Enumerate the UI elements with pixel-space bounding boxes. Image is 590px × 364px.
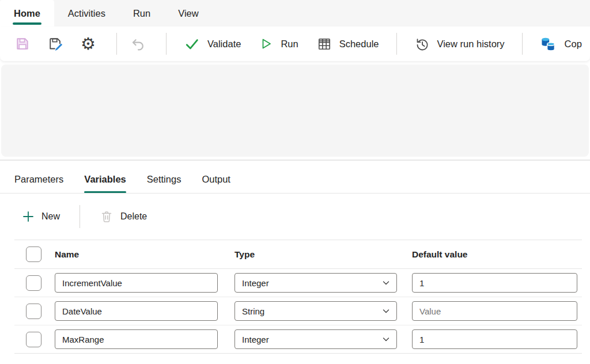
table-row: String [14, 297, 582, 325]
undo-button[interactable] [125, 31, 150, 56]
tab-variables-label: Variables [84, 174, 126, 184]
row-checkbox[interactable] [26, 304, 41, 319]
tab-activities-label: Activities [68, 8, 105, 19]
run-button[interactable]: Run [250, 31, 307, 56]
tab-view[interactable]: View [164, 0, 212, 26]
trash-icon [100, 210, 114, 223]
chevron-down-icon [381, 278, 391, 287]
delete-variable-label: Delete [120, 211, 147, 222]
default-value-input[interactable] [412, 301, 577, 321]
save-as-button[interactable] [43, 31, 68, 56]
settings-gear-icon: ⚙ [81, 36, 96, 52]
tab-output-label: Output [202, 174, 230, 184]
variable-type-value: Integer [242, 278, 269, 288]
schedule-label: Schedule [339, 39, 379, 50]
row-checkbox[interactable] [26, 332, 41, 347]
pipeline-canvas[interactable] [1, 65, 589, 157]
column-header-type: Type [235, 249, 412, 260]
tab-home-label: Home [14, 8, 40, 19]
new-variable-label: New [41, 211, 60, 222]
configuration-panel: Parameters Variables Settings Output New [0, 161, 590, 354]
tab-home[interactable]: Home [0, 0, 54, 26]
variable-type-select[interactable]: String [235, 301, 397, 321]
view-run-history-label: View run history [437, 39, 505, 50]
tab-variables[interactable]: Variables [84, 174, 126, 193]
schedule-button[interactable]: Schedule [308, 31, 388, 56]
tab-activities[interactable]: Activities [54, 0, 119, 26]
copy-data-database-icon [540, 36, 557, 52]
default-value-input[interactable] [412, 329, 577, 349]
table-row: Integer [14, 269, 582, 297]
tab-parameters[interactable]: Parameters [14, 174, 63, 193]
run-label: Run [281, 39, 298, 50]
tab-settings-label: Settings [147, 174, 181, 184]
table-row: Integer [14, 325, 582, 354]
undo-icon [130, 36, 146, 52]
save-button[interactable] [10, 31, 35, 56]
toolbar: ⚙ Validate Run [0, 26, 590, 61]
row-checkbox[interactable] [26, 275, 41, 291]
variable-type-value: String [242, 306, 264, 316]
variables-action-bar: New Delete [0, 194, 590, 240]
validate-label: Validate [207, 39, 241, 50]
delete-variable-button[interactable]: Delete [94, 204, 153, 229]
tab-settings[interactable]: Settings [147, 174, 181, 193]
panel-tab-bar: Parameters Variables Settings Output [0, 161, 590, 194]
run-history-clock-icon [414, 36, 430, 52]
variable-type-value: Integer [242, 335, 269, 344]
save-as-icon [47, 36, 63, 52]
variable-name-input[interactable] [55, 273, 218, 293]
column-header-name: Name [55, 249, 235, 260]
schedule-calendar-icon [317, 36, 332, 51]
copy-data-label: Cop [565, 39, 582, 50]
chevron-down-icon [381, 335, 391, 344]
tab-output[interactable]: Output [202, 174, 230, 193]
default-value-input[interactable] [412, 273, 577, 293]
toolbar-divider [522, 33, 523, 55]
active-panel-tab-underline [84, 191, 126, 193]
chevron-down-icon [381, 306, 391, 316]
variables-table: Name Type Default value Integer [14, 240, 582, 354]
plus-icon [22, 210, 35, 223]
select-all-checkbox[interactable] [26, 247, 41, 262]
variable-name-input[interactable] [55, 329, 218, 349]
validate-button[interactable]: Validate [175, 31, 250, 56]
copy-data-button[interactable]: Cop [531, 31, 590, 56]
column-header-default-value: Default value [412, 249, 582, 260]
actionbar-divider [80, 205, 80, 228]
table-header-row: Name Type Default value [14, 240, 582, 269]
ribbon-tab-bar: Home Activities Run View [0, 0, 590, 26]
view-run-history-button[interactable]: View run history [405, 31, 514, 56]
new-variable-button[interactable]: New [16, 204, 66, 229]
toolbar-divider [116, 33, 117, 55]
variable-name-input[interactable] [55, 301, 218, 321]
toolbar-divider [166, 33, 167, 55]
tab-view-label: View [178, 8, 198, 19]
tab-parameters-label: Parameters [14, 174, 63, 184]
variable-type-select[interactable]: Integer [235, 329, 397, 349]
variable-type-select[interactable]: Integer [235, 273, 397, 293]
active-tab-underline [13, 22, 41, 25]
toolbar-divider [396, 33, 397, 55]
tab-run-label: Run [133, 8, 150, 19]
settings-button[interactable]: ⚙ [75, 31, 101, 56]
validate-check-icon [184, 36, 200, 52]
run-play-icon [259, 37, 273, 51]
save-icon [14, 36, 31, 52]
tab-run[interactable]: Run [119, 0, 164, 26]
